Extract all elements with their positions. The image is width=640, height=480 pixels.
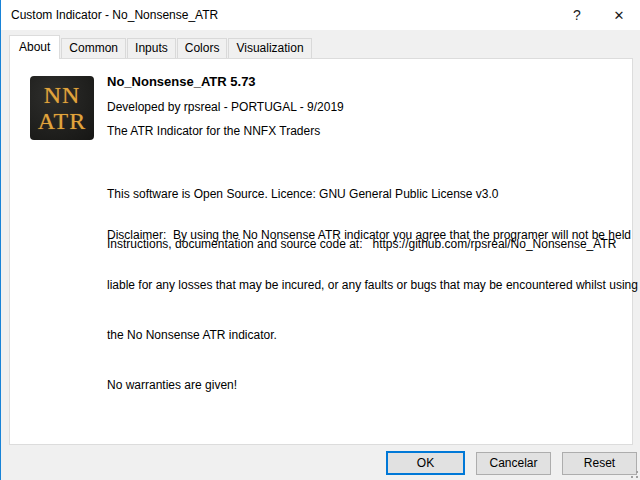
logo-line-nn: NN bbox=[44, 82, 81, 108]
titlebar: Custom Indicator - No_Nonsense_ATR ? ✕ bbox=[1, 0, 640, 30]
developer-line: Developed by rpsreal - PORTUGAL - 9/2019 bbox=[107, 100, 344, 114]
disclaimer-line-4: No warranties are given! bbox=[107, 378, 638, 392]
tab-about[interactable]: About bbox=[9, 35, 60, 59]
resize-grip[interactable] bbox=[629, 469, 638, 478]
caption-buttons: ? ✕ bbox=[556, 0, 640, 30]
disclaimer-line-3: the No Nonsense ATR indicator. bbox=[107, 328, 638, 342]
tab-colors[interactable]: Colors bbox=[177, 38, 228, 58]
disclaimer-line-1: Disclaimer: By using the No Nonsense ATR… bbox=[107, 228, 638, 242]
tab-visualization[interactable]: Visualization bbox=[228, 38, 311, 58]
tab-common[interactable]: Common bbox=[61, 38, 126, 58]
disclaimer-paragraph: Disclaimer: By using the No Nonsense ATR… bbox=[107, 192, 638, 428]
logo-line-atr: ATR bbox=[38, 108, 86, 134]
disclaimer-line-2: liable for any losses that may be incure… bbox=[107, 278, 638, 292]
indicator-subtitle: The ATR Indicator for the NNFX Traders bbox=[107, 124, 320, 138]
reset-button[interactable]: Reset bbox=[562, 452, 637, 475]
indicator-name-version: No_Nonsense_ATR 5.73 bbox=[107, 74, 256, 89]
window-title: Custom Indicator - No_Nonsense_ATR bbox=[11, 8, 218, 22]
indicator-logo-icon: NN ATR bbox=[30, 76, 94, 140]
cancel-button[interactable]: Cancelar bbox=[476, 452, 551, 475]
custom-indicator-dialog: Custom Indicator - No_Nonsense_ATR ? ✕ A… bbox=[0, 0, 640, 480]
ok-button[interactable]: OK bbox=[386, 451, 465, 475]
close-button[interactable]: ✕ bbox=[598, 0, 640, 30]
about-tab-page: NN ATR No_Nonsense_ATR 5.73 Developed by… bbox=[9, 58, 633, 445]
tab-strip: About Common Inputs Colors Visualization bbox=[9, 35, 313, 58]
dialog-button-row: OK Cancelar Reset bbox=[375, 451, 637, 475]
help-button[interactable]: ? bbox=[556, 0, 598, 30]
tab-inputs[interactable]: Inputs bbox=[127, 38, 176, 58]
